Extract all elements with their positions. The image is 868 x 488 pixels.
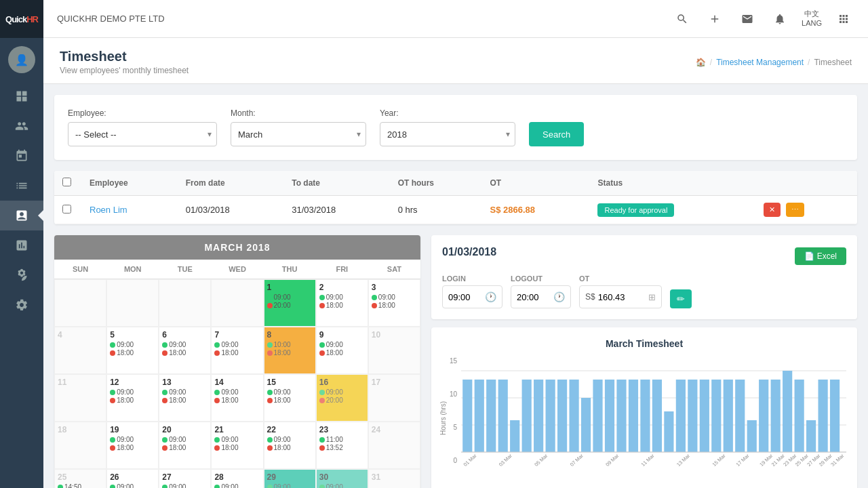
svg-text:13 Mar: 13 Mar [675,453,692,468]
chart-svg: 01 Mar 03 Mar 05 Mar 07 Mar 09 Mar 11 Ma… [461,357,846,479]
svg-text:09 Mar: 09 Mar [604,453,620,468]
main-area: QUICKHR DEMO PTE LTD 中文 LANG Timesheet V… [43,0,868,488]
ot-calc-icon[interactable]: ⊞ [648,292,656,302]
svg-rect-13 [569,380,578,452]
login-label: LOGIN [442,274,502,283]
svg-rect-24 [700,380,709,452]
sidebar-item-list[interactable] [0,171,43,201]
cal-day-29[interactable]: 29 09:00 21:00 [264,469,316,488]
cal-day-8[interactable]: 8 10:00 18:00 [264,327,316,374]
cal-day-6[interactable]: 6 09:00 18:00 [159,327,211,374]
ot-input[interactable] [598,292,646,302]
filter-bar: Employee: -- Select -- Month: March [54,95,857,160]
day-fri: FRI [316,260,368,279]
svg-rect-20 [652,380,662,452]
cal-day-26[interactable]: 26 09:00 18:00 [106,469,159,488]
cal-day-30[interactable]: 30 09:00 18:00 [316,469,368,488]
cal-day-27[interactable]: 27 09:00 18:00 [159,469,211,488]
cal-day-12[interactable]: 12 09:00 18:00 [106,374,159,422]
select-all-checkbox[interactable] [62,178,71,186]
employee-select-wrapper: -- Select -- [68,122,217,146]
ready-for-approval-btn[interactable]: Ready for approval [597,203,674,217]
chart-title: March Timesheet [442,338,846,349]
excel-button[interactable]: 📄 Excel [795,247,846,265]
cal-day-18: 18 [54,422,106,469]
month-select-wrapper: March [231,122,366,146]
search-icon[interactable] [671,8,693,30]
day-thu: THU [264,260,316,279]
svg-rect-25 [711,380,721,452]
logout-label: LOGOUT [511,274,571,283]
cal-day-5[interactable]: 5 09:00 18:00 [106,327,159,374]
ot-amount-cell: S$ 2866.88 [482,196,590,224]
save-edit-button[interactable]: ✏ [670,289,692,308]
sidebar-item-timesheet[interactable] [0,201,43,230]
grid-icon[interactable] [833,8,854,30]
home-icon[interactable]: 🏠 [696,58,706,67]
chart-container: 15 10 5 0 [442,357,846,479]
year-select[interactable]: 2018 [380,122,515,146]
bottom-section: MARCH 2018 SUN MON TUE WED THU FRI SAT [54,235,857,488]
add-icon[interactable] [704,8,726,30]
svg-rect-14 [581,398,591,452]
breadcrumb-management[interactable]: Timesheet Management [716,58,804,67]
action-buttons-cell: ✕ ⋯ [753,196,857,224]
cal-day-7[interactable]: 7 09:00 18:00 [211,327,263,374]
bell-icon[interactable] [769,8,791,30]
y-5: 5 [453,424,457,431]
svg-rect-6 [486,380,496,452]
edit-button[interactable]: ⋯ [786,203,804,217]
search-button[interactable]: Search [529,122,584,146]
logout-input[interactable] [517,292,551,302]
cal-day-28[interactable]: 28 09:00 18:00 [211,469,263,488]
cal-day-1[interactable]: 1 09:00 20:00 [264,279,316,327]
employee-filter: Employee: -- Select -- [68,108,217,146]
cal-day-3[interactable]: 3 09:00 18:00 [368,279,420,327]
ot-input-wrapper: S$ ⊞ [579,285,662,308]
login-input[interactable] [448,292,482,302]
svg-text:31 Mar: 31 Mar [829,453,846,468]
svg-rect-31 [783,371,792,452]
cal-day-9[interactable]: 9 09:00 18:00 [316,327,368,374]
cal-day-14[interactable]: 14 09:00 18:00 [211,374,263,422]
right-panel: 01/03/2018 📄 Excel LOGIN 🕐 [431,235,857,488]
cal-day-16[interactable]: 16 09:00 20:00 [316,374,368,422]
login-input-wrapper: 🕐 [442,285,502,308]
cal-day-15[interactable]: 15 09:00 18:00 [264,374,316,422]
sidebar-item-users[interactable] [0,111,43,141]
employee-select[interactable]: -- Select -- [68,122,217,146]
y-15: 15 [450,357,457,365]
sidebar-item-calendar[interactable] [0,141,43,171]
row-checkbox[interactable] [62,205,71,214]
sidebar-item-flower[interactable] [0,260,43,290]
mail-icon[interactable] [736,8,758,30]
svg-rect-4 [462,380,472,452]
svg-rect-30 [771,380,781,452]
cal-day-2[interactable]: 2 09:00 18:00 [316,279,368,327]
month-label: Month: [231,108,366,118]
page-title: Timesheet [60,49,189,64]
employee-name-link[interactable]: Roen Lim [90,205,127,215]
cal-day-23[interactable]: 23 11:00 13:52 [316,422,368,469]
logo-box: QuickHR [0,0,43,38]
avatar[interactable]: 👤 [8,46,35,73]
day-tue: TUE [159,260,211,279]
cal-day-21[interactable]: 21 09:00 18:00 [211,422,263,469]
delete-button[interactable]: ✕ [764,203,781,217]
col-from-date: From date [178,171,283,196]
cal-day-22[interactable]: 22 09:00 18:00 [264,422,316,469]
svg-rect-26 [724,380,733,452]
cal-day-20[interactable]: 20 09:00 18:00 [159,422,211,469]
sidebar-item-reports[interactable] [0,230,43,260]
sidebar-item-cog[interactable] [0,290,43,320]
table-row: Roen Lim 01/03/2018 31/03/2018 0 hrs S$ … [54,196,857,224]
cal-day-13[interactable]: 13 09:00 18:00 [159,374,211,422]
lang-selector[interactable]: 中文 LANG [802,9,822,27]
chart-card: March Timesheet 15 10 5 0 [431,327,857,488]
cal-empty-2 [106,279,159,327]
cal-day-19[interactable]: 19 09:00 18:00 [106,422,159,469]
svg-text:17 Mar: 17 Mar [734,453,751,468]
y-axis-label: Hours (hrs) [439,401,447,435]
month-select[interactable]: March [231,122,366,146]
sidebar-item-dashboard[interactable] [0,81,43,111]
